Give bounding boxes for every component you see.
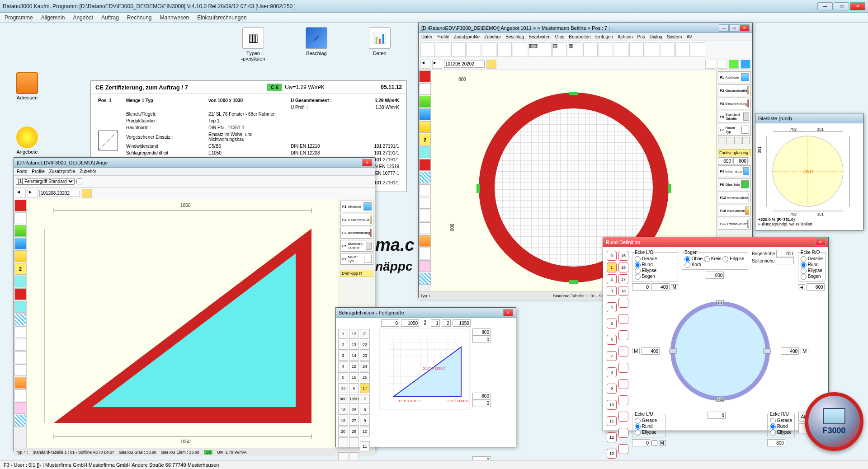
schraeg-shape-15[interactable]: 15: [349, 361, 359, 371]
schraeg-shape-14[interactable]: 14: [349, 351, 359, 361]
rund-shape-1[interactable]: 1: [607, 263, 617, 272]
rund-shape-12[interactable]: 12: [607, 432, 617, 442]
maximize-button[interactable]: ▭: [834, 2, 849, 10]
schraeg-shape-27[interactable]: 27: [349, 416, 359, 426]
triangle-title: [D:\RatanoEDV\F3000_DE\DEMO\] Ange: [17, 160, 108, 165]
rund-shape-0[interactable]: 0: [607, 251, 617, 261]
close-button[interactable]: ✕: [740, 24, 750, 32]
min-button[interactable]: —: [719, 24, 729, 32]
schraeg-shape-8[interactable]: 8: [360, 405, 370, 415]
tri-canvas[interactable]: 1050 1050: [27, 199, 339, 448]
schraeg-shape-7[interactable]: 7: [360, 394, 370, 404]
schraeg-shape-9[interactable]: 9: [360, 416, 370, 426]
max-button[interactable]: ▭: [729, 24, 739, 32]
rund-shape-18[interactable]: 18: [618, 286, 628, 296]
menu-angebot[interactable]: Angebot: [73, 14, 93, 21]
fn-attribute[interactable]: F1Attribute: [718, 71, 751, 83]
tool-typenpreislisten[interactable]: ▥ Typen -preislisten: [235, 27, 271, 61]
rund-shape-[interactable]: [618, 363, 628, 373]
code-input[interactable]: [444, 61, 485, 68]
tool-daten[interactable]: 📊 Daten: [362, 27, 398, 61]
rund-shape-[interactable]: [618, 395, 628, 405]
schraeg-shape-24[interactable]: 24: [360, 361, 370, 371]
menu-allgemein[interactable]: Allgemein: [41, 14, 65, 21]
schraeg-shape-800[interactable]: 800: [338, 394, 348, 404]
fn-neuer[interactable]: F7Neuer Typ: [718, 124, 751, 136]
menu-rechnung[interactable]: Rechnung: [127, 14, 152, 21]
rund-shape-5[interactable]: 5: [607, 319, 617, 328]
schraeg-shape-10[interactable]: 10: [360, 427, 370, 436]
schraeg-shape-25[interactable]: 25: [360, 372, 370, 382]
schraeg-shape-5[interactable]: 5: [338, 372, 348, 382]
tb-btn[interactable]: [420, 42, 435, 57]
close-button[interactable]: ✕: [362, 159, 372, 166]
rund-shape-9[interactable]: 9: [607, 384, 617, 394]
schraeg-shape-19[interactable]: 19: [338, 416, 348, 426]
menu-programme[interactable]: Programme: [5, 14, 33, 21]
schraeg-shape-18[interactable]: 18: [338, 405, 348, 415]
rund-shape-[interactable]: [618, 428, 628, 438]
schraeg-shape-1[interactable]: 1: [338, 329, 348, 339]
schraeg-shape-33[interactable]: 33: [338, 383, 348, 393]
close-button[interactable]: ✕: [816, 239, 826, 246]
menu-auftrag[interactable]: Auftrag: [101, 14, 119, 21]
schraeg-shape-3[interactable]: 3: [338, 351, 348, 361]
fn-gesamt[interactable]: F2Gesamtmaße: [718, 84, 751, 96]
schraeg-shape-22[interactable]: 22: [360, 340, 370, 350]
rund-shape-[interactable]: [618, 347, 628, 356]
menu-einkaufsrechnungen[interactable]: Einkaufsrechnungen: [197, 14, 246, 21]
rund-shape-2[interactable]: 2: [607, 274, 617, 284]
rund-shape-[interactable]: [618, 330, 628, 340]
rund-shape-16[interactable]: 16: [618, 263, 628, 272]
nav-prev[interactable]: ◄: [16, 189, 26, 198]
rund-shape-7[interactable]: 7: [607, 351, 617, 361]
schraeg-shape-21[interactable]: 21: [360, 329, 370, 339]
schraeg-shape-13[interactable]: 13: [349, 340, 359, 350]
nav-prev[interactable]: ◄: [420, 60, 430, 69]
rund-shape-10[interactable]: 10: [607, 400, 617, 410]
rund-shape-6[interactable]: 6: [607, 335, 617, 345]
schraeg-shape-23[interactable]: 23: [360, 351, 370, 361]
rund-shape-[interactable]: [618, 444, 628, 454]
f3000-button[interactable]: F3000: [805, 392, 863, 451]
schraeg-shape-20[interactable]: 20: [338, 427, 348, 436]
schraeg-shape-28[interactable]: 28: [349, 427, 359, 436]
rund-shape-13[interactable]: 13: [607, 449, 617, 459]
schraeg-shape-12[interactable]: 12: [349, 329, 359, 339]
desktop-angebote[interactable]: Angebote: [11, 127, 43, 155]
desktop-adressen[interactable]: Adressen: [11, 72, 43, 100]
statusbar: F3 - User : 0|1 []- | Musterfirma GmbH M…: [0, 460, 868, 469]
fn-std[interactable]: F5Standard-Tabelle: [718, 111, 751, 122]
rund-shape-[interactable]: [618, 298, 628, 308]
code-input[interactable]: [39, 190, 80, 197]
schraeg-shape-17[interactable]: 17: [360, 383, 370, 393]
close-button[interactable]: ✕: [503, 309, 513, 316]
rund-shape-11[interactable]: 11: [607, 416, 617, 426]
fn-beschr[interactable]: F3Beschreibung: [718, 98, 751, 109]
rund-shape-3[interactable]: 3: [607, 286, 617, 296]
rund-shape-8[interactable]: 8: [607, 367, 617, 377]
rund-shape-[interactable]: [618, 314, 628, 324]
schraeg-shape-4[interactable]: 4: [338, 361, 348, 371]
schraeg-shape-11[interactable]: 11: [360, 441, 370, 451]
schraeg-shape-[interactable]: [349, 437, 359, 447]
rund-shape-[interactable]: [618, 379, 628, 389]
rund-shape-4[interactable]: 4: [607, 302, 617, 312]
rund-shape-17[interactable]: 17: [618, 274, 628, 284]
schraeg-shape-1050[interactable]: 1050: [349, 394, 359, 404]
schraeg-shape-26[interactable]: 26: [349, 405, 359, 415]
schraeg-shape-[interactable]: [338, 437, 348, 447]
menu-mahnwesen[interactable]: Mahnwesen: [160, 14, 189, 21]
rund-shape-[interactable]: [618, 412, 628, 422]
schraeg-shape-6[interactable]: 6: [349, 383, 359, 393]
schraeg-shape-16[interactable]: 16: [349, 372, 359, 382]
griff-select[interactable]: [1] Fenstergriff Standard []: [16, 178, 75, 185]
close-button[interactable]: ✕: [850, 2, 865, 10]
tool-beschlag[interactable]: ⟋ Beschlag: [298, 27, 335, 61]
rund-shape-15[interactable]: 15: [618, 251, 628, 261]
minimize-button[interactable]: —: [817, 2, 833, 10]
nav-next[interactable]: ►: [28, 189, 38, 198]
schraeg-shape-2[interactable]: 2: [338, 340, 348, 350]
nav-next[interactable]: ►: [432, 60, 442, 69]
svg-text:702: 702: [790, 127, 797, 131]
